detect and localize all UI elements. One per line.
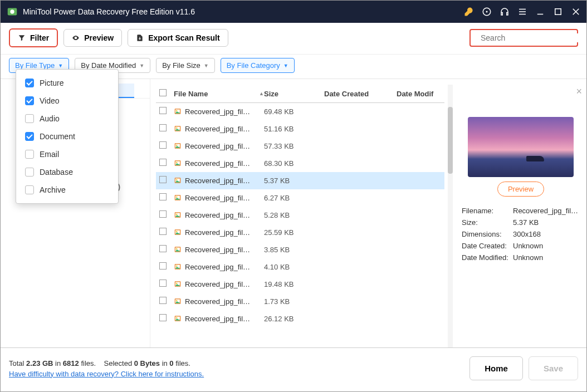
type-option-audio[interactable]: Audio [18,110,116,128]
file-name: Recovered_jpg_fil… [185,297,250,306]
menu-icon[interactable] [517,7,527,17]
file-size: 19.48 KB [264,280,324,288]
col-date-modified[interactable]: Date Modif [397,90,441,98]
close-icon[interactable] [571,7,581,17]
file-size: 1.73 KB [264,297,324,306]
file-size: 6.27 KB [264,194,324,202]
chip-by-file-size[interactable]: By File Size▼ [156,58,215,73]
checkbox-icon[interactable] [25,150,34,159]
checkbox-icon[interactable] [25,132,34,141]
type-option-document[interactable]: Document [18,128,116,145]
col-size[interactable]: Size [264,90,324,98]
minimize-icon[interactable] [535,7,545,17]
row-checkbox[interactable] [159,159,167,166]
type-option-archive[interactable]: Archive [18,181,116,199]
row-checkbox[interactable] [159,107,167,114]
svg-point-32 [176,248,177,249]
help-link[interactable]: Have difficulty with data recovery? Clic… [9,370,204,378]
row-checkbox[interactable] [159,262,167,270]
row-checkbox[interactable] [159,280,167,287]
scrollbar-thumb[interactable] [448,107,453,174]
checkbox-icon[interactable] [25,79,34,87]
svg-point-3 [486,11,488,13]
file-size: 68.30 KB [264,159,324,168]
preview-button[interactable]: Preview [63,29,122,47]
chip-by-file-category[interactable]: By File Category▼ [221,58,295,73]
col-date-created[interactable]: Date Created [324,90,397,98]
image-file-icon [174,107,182,115]
chevron-down-icon: ▼ [283,63,288,68]
sort-asc-icon: ▲ [259,91,264,96]
row-checkbox[interactable] [159,228,167,235]
meta-dimensions-label: Dimensions: [462,230,513,238]
type-option-picture[interactable]: Picture [18,74,116,92]
select-all-checkbox[interactable] [159,89,167,96]
maximize-icon[interactable] [553,7,563,17]
file-size: 51.16 KB [264,125,324,133]
file-row[interactable]: Recovered_jpg_fil… 19.48 KB [156,276,444,293]
row-checkbox[interactable] [159,314,167,321]
row-checkbox[interactable] [159,297,167,304]
preview-open-button[interactable]: Preview [497,182,544,197]
type-option-label: Video [40,96,60,105]
meta-created-value: Unknown [513,242,580,250]
file-row[interactable]: Recovered_jpg_fil… 1.73 KB [156,293,444,310]
row-checkbox[interactable] [159,124,167,131]
file-name: Recovered_jpg_fil… [185,246,250,254]
row-checkbox[interactable] [159,141,167,149]
checkbox-icon[interactable] [25,185,34,194]
svg-rect-4 [555,9,561,15]
file-row[interactable]: Recovered_jpg_fil… 25.59 KB [156,224,444,241]
file-row[interactable]: Recovered_jpg_fil… 5.37 KB [156,172,444,189]
key-icon[interactable] [464,7,474,17]
svg-point-20 [176,179,177,180]
row-checkbox[interactable] [159,176,167,183]
preview-pane: × Preview Filename:Recovered_jpg_file(1 … [454,85,584,347]
meta-modified-value: Unknown [513,253,580,262]
file-row[interactable]: Recovered_jpg_fil… 51.16 KB [156,120,444,138]
headphones-icon[interactable] [500,7,510,17]
image-file-icon [174,263,182,271]
export-button[interactable]: Export Scan Result [128,29,228,47]
checkbox-icon[interactable] [25,168,34,177]
filter-button[interactable]: Filter [9,28,58,47]
preview-meta: Filename:Recovered_jpg_file(1 Size:5.37 … [462,207,580,262]
file-row[interactable]: Recovered_jpg_fil… 3.85 KB [156,241,444,258]
titlebar: MiniTool Power Data Recovery Free Editio… [1,1,586,23]
svg-point-1 [10,9,14,13]
col-filename[interactable]: File Name▲ [174,90,264,98]
image-file-icon [174,125,182,133]
file-size: 5.37 KB [264,177,324,185]
row-checkbox[interactable] [159,210,167,218]
type-option-database[interactable]: Database [18,163,116,181]
search-input[interactable] [481,33,578,42]
chevron-down-icon: ▼ [58,63,63,68]
close-preview-icon[interactable]: × [576,86,582,97]
search-box[interactable] [469,29,578,47]
row-checkbox[interactable] [159,245,167,252]
home-button[interactable]: Home [469,356,523,380]
file-row[interactable]: Recovered_jpg_fil… 69.48 KB [156,103,444,120]
row-checkbox[interactable] [159,193,167,200]
checkbox-icon[interactable] [25,96,34,105]
meta-size-label: Size: [462,218,513,227]
file-row[interactable]: Recovered_jpg_fil… 57.33 KB [156,138,444,155]
scrollbar[interactable] [448,85,453,347]
meta-filename-label: Filename: [462,207,513,215]
type-option-label: Email [40,150,59,159]
app-logo [6,6,18,18]
file-row[interactable]: Recovered_jpg_fil… 4.10 KB [156,258,444,276]
file-row[interactable]: Recovered_jpg_fil… 6.27 KB [156,189,444,207]
file-row[interactable]: Recovered_jpg_fil… 68.30 KB [156,155,444,172]
image-file-icon [174,194,182,202]
checkbox-icon[interactable] [25,114,34,123]
file-row[interactable]: Recovered_jpg_fil… 5.28 KB [156,207,444,224]
disc-icon[interactable] [482,7,492,17]
file-row[interactable]: Recovered_jpg_fil… 26.12 KB [156,310,444,327]
type-option-video[interactable]: Video [18,92,116,110]
save-button[interactable]: Save [529,356,578,380]
preview-button-label: Preview [84,33,114,42]
image-file-icon [174,228,182,236]
type-option-label: Archive [40,185,66,194]
type-option-email[interactable]: Email [18,145,116,163]
